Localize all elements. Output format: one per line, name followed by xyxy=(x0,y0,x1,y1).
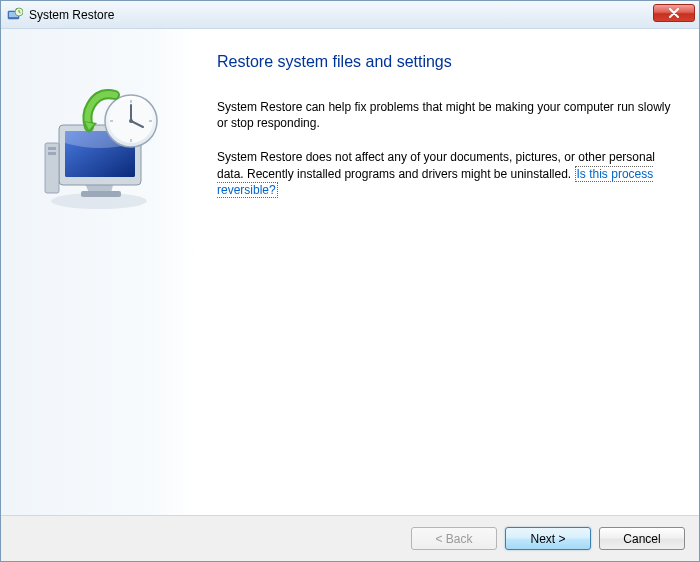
system-restore-illustration xyxy=(29,83,169,213)
wizard-content: Restore system files and settings System… xyxy=(1,29,699,515)
svg-rect-9 xyxy=(48,147,56,150)
page-heading: Restore system files and settings xyxy=(217,53,671,71)
wizard-footer: < Back Next > Cancel xyxy=(1,515,699,561)
titlebar: System Restore xyxy=(1,1,699,29)
cancel-button[interactable]: Cancel xyxy=(599,527,685,550)
svg-rect-8 xyxy=(45,143,59,193)
back-button: < Back xyxy=(411,527,497,550)
system-restore-icon xyxy=(7,7,23,23)
svg-rect-4 xyxy=(81,191,121,197)
next-button[interactable]: Next > xyxy=(505,527,591,550)
svg-rect-10 xyxy=(48,152,56,155)
main-panel: Restore system files and settings System… xyxy=(197,29,699,515)
details-paragraph: System Restore does not affect any of yo… xyxy=(217,149,671,198)
illustration-panel xyxy=(1,29,197,515)
intro-paragraph: System Restore can help fix problems tha… xyxy=(217,99,671,131)
close-button[interactable] xyxy=(653,4,695,22)
system-restore-window: System Restore xyxy=(0,0,700,562)
window-title: System Restore xyxy=(29,8,114,22)
